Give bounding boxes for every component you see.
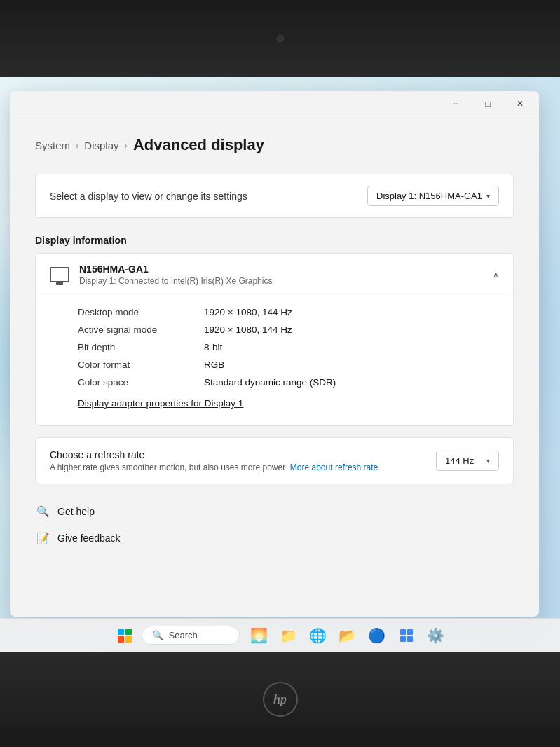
svg-rect-3: [407, 636, 413, 642]
give-feedback-label[interactable]: Give feedback: [57, 533, 121, 544]
win-logo-bottom-right: [125, 636, 132, 643]
taskbar-edge[interactable]: 🔵: [363, 622, 391, 650]
search-bar[interactable]: 🔍 Search: [142, 626, 240, 645]
monitor-subtitle: Display 1: Connected to Intel(R) Iris(R)…: [79, 276, 272, 286]
desktop-mode-row: Desktop mode 1920 × 1080, 144 Hz: [78, 303, 499, 321]
taskbar: 🔍 Search 🌅 📁 🌐 📂 🔵 ⚙️: [0, 618, 560, 652]
display-selector-label: Select a display to view or change its s…: [50, 191, 247, 202]
bit-depth-row: Bit depth 8-bit: [78, 338, 499, 356]
breadcrumb-sep-1: ›: [76, 140, 78, 151]
adapter-link-row[interactable]: Display adapter properties for Display 1: [78, 391, 499, 416]
color-format-value: RGB: [204, 359, 224, 370]
refresh-rate-title: Choose a refresh rate: [50, 449, 378, 460]
svg-rect-0: [400, 629, 406, 635]
refresh-rate-link[interactable]: More about refresh rate: [290, 462, 378, 472]
active-signal-value: 1920 × 1080, 144 Hz: [204, 324, 292, 335]
refresh-rate-card: Choose a refresh rate A higher rate give…: [35, 437, 514, 484]
adapter-link[interactable]: Display adapter properties for Display 1: [78, 395, 243, 412]
search-text: Search: [169, 630, 198, 640]
window-content: System › Display › Advanced display Sele…: [10, 116, 539, 617]
get-help-label[interactable]: Get help: [57, 506, 95, 517]
refresh-rate-value: 144 Hz: [445, 455, 474, 466]
monitor-bottom-bezel: hp: [0, 652, 560, 747]
title-bar-buttons: − □ ✕: [439, 92, 536, 115]
monitor-info: N156HMA-GA1 Display 1: Connected to Inte…: [79, 263, 272, 286]
breadcrumb-display[interactable]: Display: [84, 139, 118, 151]
minimize-button[interactable]: −: [439, 92, 472, 115]
close-button[interactable]: ✕: [504, 92, 536, 115]
taskbar-file-explorer[interactable]: 📁: [275, 622, 303, 650]
taskbar-photo-app[interactable]: 🌅: [245, 622, 273, 650]
color-format-row: Color format RGB: [78, 356, 499, 374]
taskbar-folder[interactable]: 📂: [334, 622, 362, 650]
monitor-icon: [50, 267, 69, 282]
color-format-label: Color format: [78, 359, 204, 370]
settings-window: − □ ✕ System › Display › Advanced displa…: [10, 91, 539, 617]
taskbar-app-icons: 🌅 📁 🌐 📂 🔵 ⚙️: [245, 622, 450, 650]
win-logo-top-left: [118, 629, 124, 635]
win-logo-bottom-left: [118, 636, 124, 643]
search-icon: 🔍: [152, 630, 163, 640]
display-dropdown[interactable]: Display 1: N156HMA-GA1 ▾: [367, 186, 499, 206]
monitor-header-left: N156HMA-GA1 Display 1: Connected to Inte…: [50, 263, 272, 286]
breadcrumb-system[interactable]: System: [35, 139, 70, 151]
start-button[interactable]: [111, 622, 139, 650]
breadcrumb-current: Advanced display: [133, 136, 264, 154]
color-space-value: Standard dynamic range (SDR): [204, 377, 336, 388]
refresh-rate-desc-text: A higher rate gives smoother motion, but…: [50, 462, 285, 472]
monitor-header[interactable]: N156HMA-GA1 Display 1: Connected to Inte…: [36, 254, 513, 296]
give-feedback-icon: 📝: [35, 530, 50, 546]
display-info-card: N156HMA-GA1 Display 1: Connected to Inte…: [35, 253, 514, 426]
refresh-dropdown-arrow: ▾: [486, 457, 490, 465]
display-selector-row: Select a display to view or change its s…: [35, 174, 514, 218]
active-signal-label: Active signal mode: [78, 324, 204, 335]
maximize-button[interactable]: □: [472, 92, 504, 115]
monitor-top-bezel: [0, 0, 560, 77]
title-bar: − □ ✕: [10, 91, 539, 116]
active-signal-row: Active signal mode 1920 × 1080, 144 Hz: [78, 321, 499, 338]
help-links: 🔍 Get help 📝 Give feedback: [35, 498, 514, 551]
monitor-name: N156HMA-GA1: [79, 263, 272, 275]
breadcrumb-sep-2: ›: [125, 140, 128, 151]
display-dropdown-value: Display 1: N156HMA-GA1: [376, 191, 482, 201]
webcam-dot: [277, 35, 284, 42]
bit-depth-label: Bit depth: [78, 342, 204, 352]
hp-logo: hp: [263, 682, 298, 717]
get-help-row[interactable]: 🔍 Get help: [35, 498, 514, 525]
display-info-section-title: Display information: [35, 235, 514, 246]
screen-area: − □ ✕ System › Display › Advanced displa…: [0, 77, 560, 652]
windows-logo: [118, 629, 132, 643]
get-help-icon: 🔍: [35, 504, 50, 519]
svg-rect-2: [400, 636, 406, 642]
collapse-arrow-icon: ∧: [493, 270, 499, 280]
taskbar-grid-app[interactable]: [392, 622, 421, 650]
desktop-mode-label: Desktop mode: [78, 307, 204, 317]
taskbar-browser[interactable]: 🌐: [304, 622, 332, 650]
bit-depth-value: 8-bit: [204, 342, 222, 352]
color-space-row: Color space Standard dynamic range (SDR): [78, 374, 499, 391]
desktop-mode-value: 1920 × 1080, 144 Hz: [204, 307, 292, 317]
refresh-rate-description: A higher rate gives smoother motion, but…: [50, 462, 378, 472]
color-space-label: Color space: [78, 377, 204, 388]
taskbar-settings[interactable]: ⚙️: [422, 622, 450, 650]
win-logo-top-right: [125, 629, 132, 635]
give-feedback-row[interactable]: 📝 Give feedback: [35, 525, 514, 551]
breadcrumb: System › Display › Advanced display: [35, 136, 514, 154]
svg-rect-1: [407, 629, 413, 635]
refresh-rate-dropdown[interactable]: 144 Hz ▾: [436, 451, 499, 471]
display-dropdown-arrow: ▾: [486, 192, 490, 200]
refresh-rate-info: Choose a refresh rate A higher rate give…: [50, 449, 378, 472]
monitor-info-rows: Desktop mode 1920 × 1080, 144 Hz Active …: [36, 296, 513, 425]
